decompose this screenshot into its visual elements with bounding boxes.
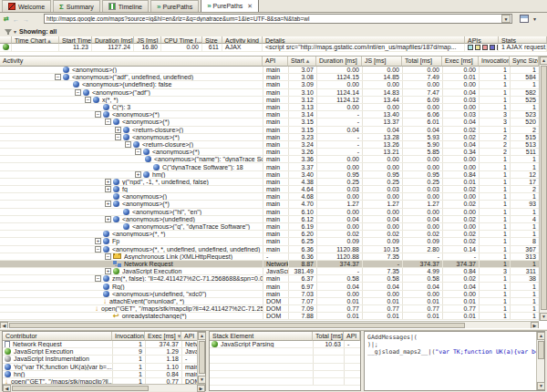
tree-row[interactable]: ↓attachEvent("onunload", *)DOM7.070.010.… [0,298,539,305]
tree-row[interactable]: −<anonymous>(*)main3.23-13.285.930.02251… [0,134,539,141]
expand-icon[interactable]: + [95,238,101,244]
stack-row[interactable]: JavaScript Parsing10.63- [210,341,360,348]
collapse-icon[interactable]: − [105,119,111,125]
scroll-up-icon[interactable]: ▲ [198,332,206,340]
scroll-up-icon[interactable]: ▲ [540,57,547,65]
contributor-row[interactable]: JavaScript Instrumentation11.18- [3,356,200,363]
tree-row[interactable]: −<anonymous>(*)main3.14-13.406.060.03352… [0,111,539,119]
tree-row[interactable]: +hm()main3.400.950.950.950.84112 [0,171,539,179]
collapse-icon[interactable]: − [95,246,101,253]
column-header-invocations[interactable]: Invocations [112,332,145,341]
contributor-row[interactable]: Yo("var TK;function UK(a){var b=...11.10… [3,364,200,371]
tab-purepaths[interactable]: »PurePaths [150,0,199,12]
collapse-icon[interactable]: − [135,149,141,155]
expand-icon[interactable]: + [105,216,111,222]
column-header-js-ms-[interactable]: JS [ms] [362,57,402,67]
scroll-down-icon[interactable]: ▼ [537,382,545,390]
column-header-api[interactable]: API [263,57,288,67]
collapse-icon[interactable]: − [55,74,61,80]
column-header-duration-ms-[interactable]: Duration [ms] [316,57,362,67]
tree-row[interactable]: +<anonymous>(*)main4.701.271.271.270.021… [0,201,539,208]
tree-row[interactable]: −x(*, *)main3.121124.1213.446.090.031525 [0,97,539,104]
tree-hscrollbar[interactable]: ◀ ▶ [0,321,539,328]
column-header-apis[interactable]: APIs [465,36,499,44]
column-header-sync-size[interactable]: Sync Size [510,57,539,67]
collapse-icon[interactable]: − [75,89,81,96]
tree-row[interactable]: <anonymous>("hl", "en")main6.100.000.000… [0,209,539,216]
scroll-left-icon[interactable]: ◀ [3,385,11,392]
filter-caret-icon[interactable]: ▾ [14,28,16,35]
collapse-icon[interactable]: − [115,134,121,140]
tree-row[interactable]: −<anonymous>("adf")main3.101124.1414.837… [0,89,539,97]
contributors-vscrollbar[interactable]: ▲ ▼ [197,332,205,384]
collapse-icon[interactable]: − [125,141,131,148]
collapse-icon[interactable]: − [95,275,101,282]
forward-icon[interactable]: → [23,16,29,23]
expand-icon[interactable]: + [105,186,111,192]
column-header-duration-ms-[interactable]: Duration [ms] [92,36,134,44]
expand-icon[interactable]: + [135,171,141,178]
column-header-time-chart[interactable]: Time Chart [12,36,59,44]
tree-row[interactable]: C("dynaTrace Software"): 18main3.370.000… [0,163,539,170]
tree-row[interactable]: <anonymous>("q", "dynaTrace Software")ma… [0,223,539,231]
scroll-down-icon[interactable]: ▼ [198,376,206,384]
source-vscrollbar[interactable]: ▲ ▼ [536,332,544,390]
url-dropdown-button[interactable]: ▼ [501,15,511,23]
back-icon[interactable]: ← [13,16,19,23]
column-header-cpu-time-[interactable]: CPU Time [... [161,36,202,44]
tree-vscrollbar[interactable]: ▲ ▼ [539,57,547,321]
tab-purepaths[interactable]: »PurePaths✕ [201,0,259,12]
scroll-right-icon[interactable]: ▶ [197,385,205,392]
tree-row[interactable]: −<anonymous>(*, *, undefined, undefined,… [0,246,539,253]
column-header-stats[interactable]: Stats [499,36,547,44]
contributors-hscrollbar[interactable]: ◀ ▶ [3,384,205,391]
tree-row[interactable]: −<return-closure>()main3.24-13.265.900.0… [0,141,539,149]
column-header-js-ms-[interactable]: JS [ms] [134,36,161,44]
contributor-row[interactable]: Network Request1374.37Network [3,341,200,348]
tree-row[interactable]: <anonymous>()main3.070.000.000.000.0011 [0,67,539,74]
tab-timeline[interactable]: Timeline [102,0,149,12]
column-header-invocations[interactable]: Invocations [479,57,510,67]
url-input[interactable] [45,15,501,22]
close-tab-icon[interactable]: ✕ [247,3,253,10]
column-header-stack-element[interactable]: Stack Element [210,332,313,341]
column-header-exec-ms-[interactable]: Exec [ms] [442,57,479,67]
tab-summary[interactable]: ΣSummary [53,0,100,12]
tree-row[interactable]: C(*): 3main3.130.000.000.000.0011 [0,104,539,111]
tree-row[interactable]: ↓open("GET", "/maps/stk/mapclip?ll=42.41… [0,305,539,313]
tree-row[interactable]: +y("npd", -1, *, undefined, false)main4.… [0,179,539,186]
collapse-icon[interactable]: − [85,97,91,103]
column-header-activity-kind[interactable]: Activity kind [222,36,263,44]
column-header--[interactable] [0,36,12,44]
tree-row[interactable]: +JavaScript ExecutionJavaScript381.49-7.… [0,268,539,275]
tree-row[interactable]: <anonymous>(undefined): falsemain3.090.0… [0,81,539,88]
tree-row[interactable]: −Asynchronous Link (XMLHttpRequest)-6.36… [0,253,539,261]
tree-row[interactable]: Rq()main6.970.040.040.040.0411 [0,283,539,290]
expand-icon[interactable]: + [105,179,111,185]
tree-row[interactable]: <anonymous>(*, *)main6.200.020.020.020.0… [0,231,539,238]
summary-grid-row[interactable]: 11.231127.2416.800.00611AJAX<script src=… [0,44,547,52]
tree-row[interactable]: +Fpmain6.250.090.090.090.0218 [0,238,539,245]
expand-icon[interactable]: + [115,127,121,133]
column-header-activity[interactable]: Activity [0,57,263,67]
tree-row[interactable]: −<anonymous>(*)main3.15-13.376.010.04352… [0,119,539,126]
column-header-exec-ms-[interactable]: Exec [ms] [145,332,181,341]
tree-row[interactable]: +fqmain4.640.030.030.030.0212 [0,186,539,193]
column-header-details[interactable]: Details [263,36,465,44]
tree-row[interactable]: −<anonymous>(*)main3.26-13.215.850.34251… [0,149,539,156]
column-header-start[interactable]: Start [288,57,316,67]
view-menu-icon[interactable]: ▾ [533,15,536,22]
scroll-up-icon[interactable]: ▲ [537,332,545,340]
source-code[interactable]: GAddMessages|()|;__gjsload_maps2__|("var… [365,332,544,356]
tree-row[interactable]: +<return-closure>()main3.150.040.040.040… [0,127,539,134]
tree-row[interactable]: ↩onreadystatechange(*)DOM7.880.010.010.0… [0,313,539,320]
column-header-contributor[interactable]: Contributor [3,332,112,341]
tree-row[interactable]: <anonymous>(undefined, "xdc0")main7.030.… [0,291,539,298]
tree-row[interactable]: −<anonymous>("adf", undefined, undefined… [0,74,539,81]
column-header-start-time-s-[interactable]: Start Time [s] [59,36,92,44]
collapse-icon[interactable]: − [105,253,111,260]
expand-icon[interactable]: + [105,201,111,207]
tree-row[interactable]: +<anonymous>(undefined)main6.120.040.040… [0,216,539,223]
drilldown-icon[interactable]: ⇄ [4,15,9,23]
tree-row[interactable]: <anonymous>("name"): "dynaTrace Software… [0,156,539,163]
